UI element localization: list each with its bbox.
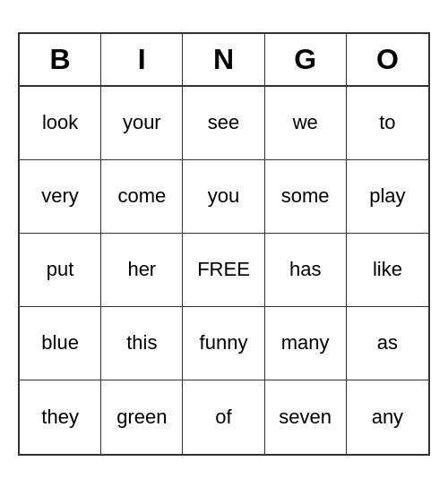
cell-2: see [183, 87, 264, 160]
header-g: G [265, 34, 347, 85]
bingo-header: B I N G O [20, 34, 428, 87]
cell-10: put [20, 234, 101, 307]
cell-15: blue [20, 307, 101, 380]
bingo-card: B I N G O look your see we to very come … [18, 32, 430, 456]
cell-17: funny [183, 307, 264, 380]
cell-14: like [347, 234, 428, 307]
cell-19: as [347, 307, 428, 380]
cell-4: to [347, 87, 428, 160]
cell-7: you [183, 160, 264, 234]
header-b: B [20, 34, 101, 85]
cell-9: play [347, 160, 428, 234]
header-o: O [347, 34, 428, 85]
cell-11: her [101, 234, 183, 307]
cell-21: green [101, 380, 183, 454]
cell-8: some [265, 160, 347, 234]
cell-6: come [101, 160, 183, 234]
cell-13: has [265, 234, 347, 307]
cell-1: your [101, 87, 183, 160]
cell-23: seven [265, 380, 347, 454]
cell-3: we [265, 87, 347, 160]
cell-16: this [101, 307, 183, 380]
cell-22: of [183, 380, 264, 454]
cell-0: look [20, 87, 101, 160]
cell-5: very [20, 160, 101, 234]
header-i: I [101, 34, 183, 85]
cell-18: many [265, 307, 347, 380]
cell-24: any [347, 380, 428, 454]
cell-20: they [20, 380, 101, 454]
bingo-grid: look your see we to very come you some p… [20, 87, 428, 454]
cell-12-free: FREE [183, 234, 264, 307]
header-n: N [183, 34, 264, 85]
